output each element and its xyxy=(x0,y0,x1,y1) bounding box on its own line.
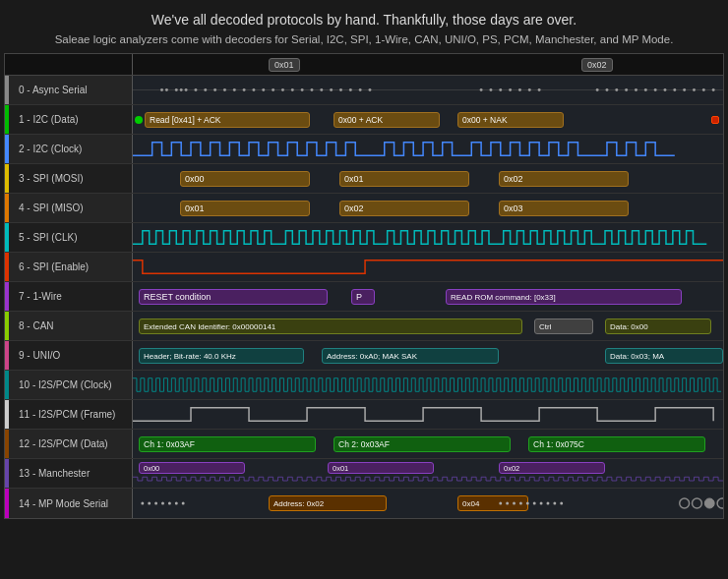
color-bar-13 xyxy=(5,459,9,488)
channel-name-7: 7 - 1-Wire xyxy=(19,291,62,302)
waveform-10 xyxy=(133,371,723,399)
svg-point-7 xyxy=(204,88,207,91)
channel-content-4: 0x01 0x02 0x03 xyxy=(133,194,723,222)
svg-point-53 xyxy=(506,502,509,505)
waveform-2 xyxy=(133,135,723,163)
svg-point-54 xyxy=(513,502,516,505)
svg-point-55 xyxy=(519,502,522,505)
decode-badge-can-id: Extended CAN Identifier: 0x00000141 xyxy=(139,318,522,334)
decode-badge-1wire-p: P xyxy=(351,289,375,305)
svg-point-2 xyxy=(165,88,168,91)
channel-row-4: 4 - SPI (MISO) 0x01 0x02 0x03 xyxy=(5,194,723,223)
waveform-6 xyxy=(133,253,723,281)
svg-point-5 xyxy=(185,88,188,91)
decode-badge-i2s-ch1-second: Ch 1: 0x075C xyxy=(528,436,705,452)
svg-point-17 xyxy=(301,88,304,91)
color-bar-14 xyxy=(5,489,9,518)
color-bar-7 xyxy=(5,282,9,311)
channel-content-14: Address: 0x02 0x04 xyxy=(133,489,723,518)
channel-name-1: 1 - I2C (Data) xyxy=(19,114,79,125)
svg-point-16 xyxy=(291,88,294,91)
svg-point-34 xyxy=(615,88,618,91)
svg-point-64 xyxy=(704,498,714,508)
color-bar-12 xyxy=(5,430,9,458)
channel-name-3: 3 - SPI (MOSI) xyxy=(19,173,84,184)
svg-point-33 xyxy=(605,88,608,91)
header: We've all decoded protocols by hand. Tha… xyxy=(0,0,728,53)
channel-row-2: 2 - I2C (Clock) xyxy=(5,135,723,164)
decode-badge-i2c-0x00nak: 0x00 + NAK xyxy=(457,112,564,128)
decode-badge-can-data: Data: 0x00 xyxy=(605,318,711,334)
svg-point-41 xyxy=(683,88,686,91)
timestamp-row: 0x01 0x02 xyxy=(5,54,723,76)
channel-name-12: 12 - I2S/PCM (Data) xyxy=(19,438,108,449)
channel-label-4: 4 - SPI (MISO) xyxy=(5,194,133,222)
decode-badge-unio-address: Address: 0xA0; MAK SAK xyxy=(322,348,499,364)
channel-row-3: 3 - SPI (MOSI) 0x00 0x01 0x02 xyxy=(5,164,723,194)
svg-point-36 xyxy=(635,88,637,91)
channel-content-9: Header; Bit-rate: 40.0 KHz Address: 0xA0… xyxy=(133,341,723,370)
decode-badge-i2s-ch2: Ch 2: 0x03AF xyxy=(334,436,511,452)
waveform-14 xyxy=(133,489,723,518)
channel-content-12: Ch 1: 0x03AF Ch 2: 0x03AF Ch 1: 0x075C xyxy=(133,430,723,458)
channel-row-9: 9 - UNI/O Header; Bit-rate: 40.0 KHz Add… xyxy=(5,341,723,371)
timestamp-label-area xyxy=(5,54,133,75)
svg-point-65 xyxy=(717,498,723,508)
channel-row-12: 12 - I2S/PCM (Data) Ch 1: 0x03AF Ch 2: 0… xyxy=(5,430,723,459)
channel-name-9: 9 - UNI/O xyxy=(19,350,60,361)
svg-point-14 xyxy=(272,88,274,91)
channel-content-5 xyxy=(133,223,723,252)
i2c-start-dot xyxy=(135,116,143,124)
color-bar-1 xyxy=(5,105,9,134)
svg-point-20 xyxy=(330,88,333,91)
svg-point-4 xyxy=(180,88,183,91)
channel-label-2: 2 - I2C (Clock) xyxy=(5,135,133,163)
color-bar-8 xyxy=(5,312,9,340)
channel-content-7: RESET condition P READ ROM command: [0x3… xyxy=(133,282,723,311)
svg-point-48 xyxy=(161,502,164,505)
svg-point-35 xyxy=(625,88,628,91)
channel-content-8: Extended CAN Identifier: 0x00000141 Ctrl… xyxy=(133,312,723,340)
channel-label-10: 10 - I2S/PCM (Clock) xyxy=(5,371,133,399)
timestamp-0x02: 0x02 xyxy=(581,58,613,72)
channel-name-10: 10 - I2S/PCM (Clock) xyxy=(19,379,111,390)
channel-row-7: 7 - 1-Wire RESET condition P READ ROM co… xyxy=(5,282,723,312)
svg-point-52 xyxy=(499,502,502,505)
channel-label-1: 1 - I2C (Data) xyxy=(5,105,133,134)
waveform-0 xyxy=(133,76,723,104)
channel-row-11: 11 - I2S/PCM (Frame) xyxy=(5,400,723,430)
channel-label-5: 5 - SPI (CLK) xyxy=(5,223,133,252)
color-bar-11 xyxy=(5,400,9,429)
svg-point-21 xyxy=(339,88,342,91)
channel-content-11 xyxy=(133,400,723,429)
channel-label-8: 8 - CAN xyxy=(5,312,133,340)
svg-point-6 xyxy=(194,88,197,91)
channel-row-13: 13 - Manchester 0x00 0x01 0x02 xyxy=(5,459,723,489)
decode-badge-miso-0x02: 0x02 xyxy=(339,201,469,216)
channel-row-0: 0 - Async Serial xyxy=(5,76,723,105)
channel-label-13: 13 - Manchester xyxy=(5,459,133,488)
svg-point-59 xyxy=(546,502,549,505)
decode-badge-miso-0x01: 0x01 xyxy=(180,201,310,216)
svg-point-25 xyxy=(480,88,483,91)
channel-content-2 xyxy=(133,135,723,163)
logic-analyzer: 0x01 0x02 0 - Async Serial xyxy=(4,53,724,519)
svg-point-8 xyxy=(213,88,216,91)
svg-point-28 xyxy=(509,88,512,91)
color-bar-5 xyxy=(5,223,9,252)
svg-point-61 xyxy=(560,502,563,505)
svg-point-27 xyxy=(499,88,502,91)
decode-badge-unio-header: Header; Bit-rate: 40.0 KHz xyxy=(139,348,304,364)
svg-point-44 xyxy=(712,88,715,91)
decode-badge-i2c-0x00ack: 0x00 + ACK xyxy=(334,112,440,128)
channel-label-0: 0 - Async Serial xyxy=(5,76,133,104)
svg-point-39 xyxy=(664,88,667,91)
channel-row-14: 14 - MP Mode Serial Address: 0x02 0x04 xyxy=(5,489,723,518)
svg-point-11 xyxy=(243,88,246,91)
svg-point-31 xyxy=(538,88,541,91)
decode-badge-spi-0x00: 0x00 xyxy=(180,171,310,187)
svg-point-30 xyxy=(528,88,531,91)
svg-point-18 xyxy=(310,88,313,91)
main-title: We've all decoded protocols by hand. Tha… xyxy=(20,12,708,28)
channel-label-9: 9 - UNI/O xyxy=(5,341,133,370)
